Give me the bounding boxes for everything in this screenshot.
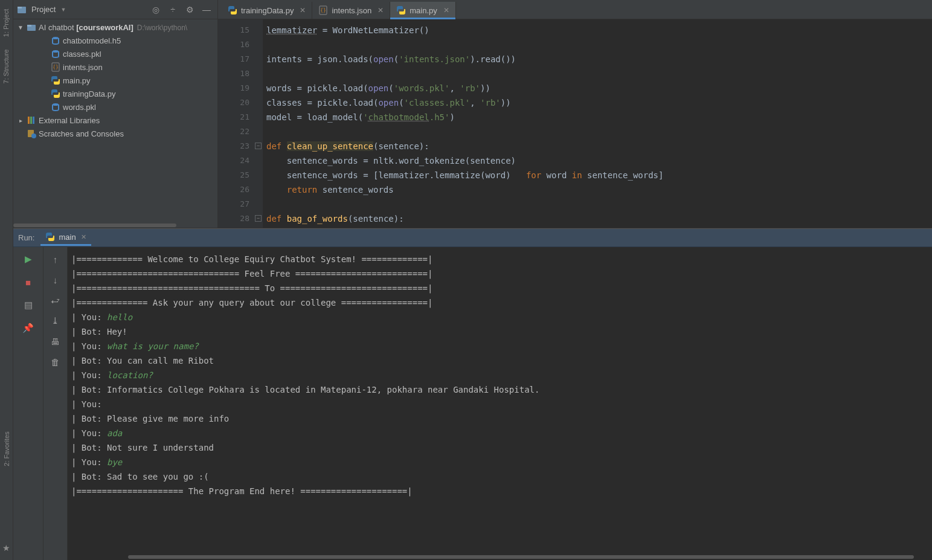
project-sidebar: Project ▼ ◎ ÷ ⚙ — ▼ AI chatbot [coursewo… [13,0,218,228]
svg-rect-10 [30,117,32,124]
rail-favorites[interactable]: 2: Favorites [3,431,10,466]
console-line: |===================== The Program End h… [71,484,932,498]
tree-file-label: chatbotmodel.h5 [63,36,121,45]
close-icon[interactable]: ✕ [443,6,449,14]
console-line: | Bot: Informatics College Pokhara is lo… [71,382,932,397]
tab-label: intents.json [332,6,371,15]
tree-file-label: words.pkl [63,103,96,112]
tree-scratches-label: Scratches and Consoles [39,129,124,138]
editor-tab[interactable]: trainingData.py✕ [222,2,312,19]
editor-tab[interactable]: {}intents.json✕ [312,2,390,19]
play-icon[interactable]: ▶ [22,253,34,265]
run-tool-col-b: ↑ ↓ ⮐ ⤓ 🖶 🗑 [43,247,68,560]
tree-file[interactable]: ▸classes.pkl [13,47,217,60]
svg-rect-9 [28,117,30,124]
run-tab[interactable]: main ✕ [40,230,91,246]
console-scrollbar[interactable] [122,554,932,560]
console-line: | You: bye [71,455,932,469]
editor-tab-bar: trainingData.py✕{}intents.json✕main.py✕ [218,0,932,19]
scratches-icon [27,129,36,138]
chevron-down-icon[interactable]: ▼ [60,7,66,13]
gear-icon[interactable]: ⚙ [182,5,197,14]
tree-file[interactable]: ▸words.pkl [13,100,217,114]
console-line: | Bot: Sad to see you go :( [71,469,932,484]
code-editor[interactable]: lemmatizer = WordNetLemmatizer() intents… [263,19,932,228]
console-line: |============= Welcome to College Equiry… [71,252,932,266]
console-line: | You: hello [71,310,932,324]
wrap-icon[interactable]: ⮐ [50,294,62,306]
console-line: | You: what is your name? [71,339,932,353]
svg-rect-3 [27,25,31,27]
tab-label: main.py [410,6,437,15]
folder-icon [27,22,36,32]
console-line: | Bot: Please give me more info [71,411,932,426]
tree-file-label: classes.pkl [63,50,101,59]
expand-icon[interactable]: ÷ [166,5,180,14]
tree-extlib-label: External Libraries [39,116,100,125]
close-icon[interactable]: ✕ [81,233,86,241]
tree-root-label: AI chatbot [courseworkAI]D:\work\python\ [39,23,187,32]
fold-marker[interactable]: − [255,143,262,149]
tree-root-row[interactable]: ▼ AI chatbot [courseworkAI]D:\work\pytho… [13,21,217,34]
svg-text:{}: {} [53,65,59,70]
editor-body[interactable]: 1516171819202122232425262728 −− lemmatiz… [218,19,932,228]
tree-file[interactable]: ▸trainingData.py [13,87,217,100]
run-header: Run: main ✕ [13,229,932,247]
library-icon [27,115,36,125]
svg-point-5 [53,50,59,53]
tree-file-label: main.py [63,76,91,85]
editor-area: trainingData.py✕{}intents.json✕main.py✕ … [218,0,932,228]
project-icon [17,5,27,14]
run-label: Run: [18,233,34,242]
console-line: | Bot: You can call me Ribot [71,353,932,368]
svg-point-4 [53,37,59,39]
print-icon[interactable]: 🖶 [50,335,62,347]
run-panel: Run: main ✕ ▶ ■ ▤ 📌 ↑ ↓ ⮐ ⤓ [13,228,932,560]
svg-rect-11 [33,117,34,124]
console-output[interactable]: |============= Welcome to College Equiry… [68,247,932,554]
fold-column[interactable]: −− [254,19,263,228]
project-tree[interactable]: ▼ AI chatbot [courseworkAI]D:\work\pytho… [13,19,217,223]
rail-project[interactable]: 1: Project [3,9,10,37]
tree-file[interactable]: ▸main.py [13,74,217,87]
console-line: |==================================== To… [71,281,932,295]
project-header: Project ▼ ◎ ÷ ⚙ — [13,0,217,19]
close-icon[interactable]: ✕ [300,6,306,14]
minimize-icon[interactable]: — [199,5,214,14]
console-line: | Bot: Not sure I understand [71,440,932,455]
layout-icon[interactable]: ▤ [22,299,34,311]
console-line: |============== Ask your any query about… [71,295,932,310]
svg-text:{}: {} [321,8,327,13]
rail-structure[interactable]: 7: Structure [3,50,10,84]
project-title: Project [31,5,56,14]
run-tool-col-a: ▶ ■ ▤ 📌 [13,247,43,560]
console-line: | Bot: Hey! [71,324,932,339]
tool-window-rail: 1: Project 7: Structure 2: Favorites ★ [0,0,13,560]
editor-tab[interactable]: main.py✕ [390,2,456,19]
svg-rect-1 [18,7,22,8]
python-icon [45,232,55,242]
tree-file-label: intents.json [63,63,103,72]
tree-external-libs[interactable]: ▸ External Libraries [13,114,217,127]
tree-file[interactable]: ▸chatbotmodel.h5 [13,34,217,47]
console-line: | You: ada [71,426,932,440]
tree-file[interactable]: ▸{}intents.json [13,60,217,74]
arrow-up-icon[interactable]: ↑ [50,253,62,265]
tree-file-label: trainingData.py [63,89,115,98]
run-tab-label: main [59,233,76,242]
target-icon[interactable]: ◎ [149,5,163,14]
console-line: |================================ Feel F… [71,266,932,281]
svg-point-13 [31,134,36,138]
svg-point-8 [53,103,59,106]
close-icon[interactable]: ✕ [378,6,384,14]
star-icon: ★ [2,543,10,553]
line-gutter: 1516171819202122232425262728 [218,19,254,228]
tree-scratches[interactable]: ▸ Scratches and Consoles [13,127,217,140]
pin-icon[interactable]: 📌 [22,322,34,334]
scroll-icon[interactable]: ⤓ [50,315,62,327]
arrow-down-icon[interactable]: ↓ [50,274,62,286]
fold-marker[interactable]: − [255,215,262,222]
trash-icon[interactable]: 🗑 [50,356,62,368]
sidebar-scrollbar[interactable] [13,223,217,228]
stop-icon[interactable]: ■ [22,276,34,288]
